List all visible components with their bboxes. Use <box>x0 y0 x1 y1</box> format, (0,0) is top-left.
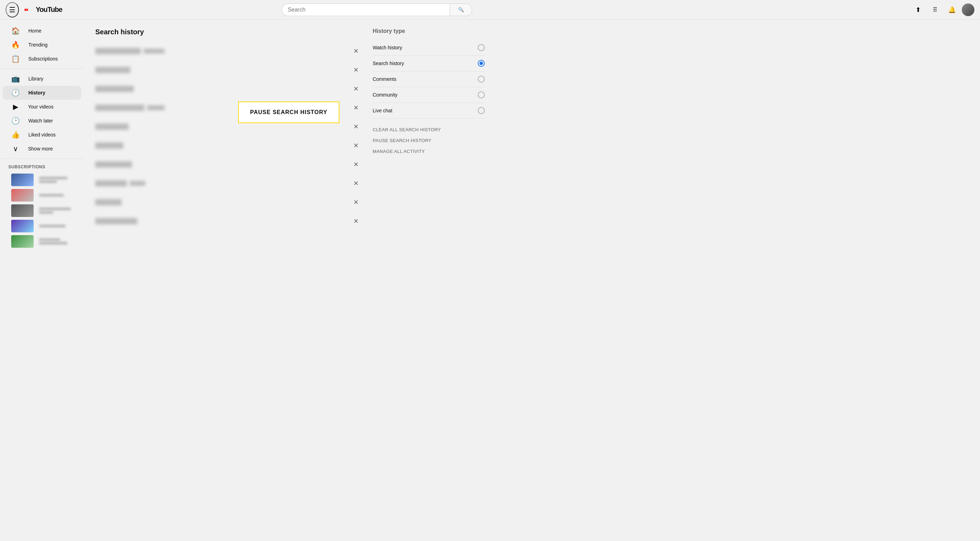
menu-icon[interactable]: ☰ <box>6 2 19 17</box>
remove-history-item-6[interactable]: ✕ <box>351 140 361 151</box>
remove-history-item-5[interactable]: ✕ <box>351 121 361 132</box>
search-input[interactable] <box>282 3 450 16</box>
history-item-5: ✕ <box>95 117 361 136</box>
apps-icon-button[interactable]: ⠿ <box>928 3 942 17</box>
sidebar-item-your-videos[interactable]: ▶ Your videos <box>3 100 81 114</box>
upload-icon: ⬆ <box>916 6 921 14</box>
sidebar-item-subscriptions[interactable]: 📋 Subscriptions <box>3 52 81 66</box>
history-item-text-1 <box>95 48 141 54</box>
action-links: CLEAR ALL SEARCH HISTORY PAUSE SEARCH HI… <box>373 124 485 157</box>
sidebar-label-liked-videos: Liked videos <box>29 132 56 138</box>
radio-live-chat[interactable]: Live chat <box>373 103 485 119</box>
remove-history-item-8[interactable]: ✕ <box>351 178 361 189</box>
sidebar-item-liked-videos[interactable]: 👍 Liked videos <box>3 128 81 142</box>
history-item-text-3 <box>95 86 134 92</box>
sidebar-label-watch-later: Watch later <box>29 118 53 124</box>
home-icon: 🏠 <box>11 27 20 35</box>
logo-container[interactable]: YouTube <box>24 6 62 14</box>
sub-item-1[interactable] <box>3 172 81 187</box>
pause-search-link[interactable]: PAUSE SEARCH HISTORY <box>373 135 485 146</box>
search-icon: 🔍 <box>458 7 464 12</box>
history-type-title: History type <box>373 28 485 34</box>
sub-item-4[interactable] <box>3 218 81 234</box>
remove-history-item-3[interactable]: ✕ <box>351 84 361 94</box>
radio-community[interactable]: Community <box>373 87 485 103</box>
sidebar: 🏠 Home 🔥 Trending 📋 Subscriptions 📺 Libr… <box>0 20 84 541</box>
history-item-text-10 <box>95 218 137 224</box>
logo-text: YouTube <box>36 6 62 14</box>
radio-search-history[interactable]: Search history <box>373 56 485 71</box>
history-item-text-4 <box>95 105 144 111</box>
sub-channel-3 <box>39 208 71 214</box>
avatar[interactable] <box>962 3 974 16</box>
radio-label-search: Search history <box>373 60 404 66</box>
sidebar-item-show-more[interactable]: ∨ Show more <box>3 142 81 156</box>
radio-watch-history[interactable]: Watch history <box>373 40 485 56</box>
radio-label-livechat: Live chat <box>373 108 392 113</box>
history-item-text-9 <box>95 199 121 205</box>
sidebar-item-home[interactable]: 🏠 Home <box>3 24 81 38</box>
history-item-3: ✕ <box>95 79 361 98</box>
history-item-content-3 <box>95 86 134 92</box>
sub-line <box>39 211 53 214</box>
sub-line <box>39 242 67 244</box>
remove-history-item-7[interactable]: ✕ <box>351 159 361 170</box>
sidebar-item-watch-later[interactable]: 🕑 Watch later <box>3 114 81 128</box>
history-item-content-9 <box>95 199 121 205</box>
sidebar-label-home: Home <box>29 28 41 33</box>
sub-channel-1 <box>39 177 67 183</box>
history-item-10: ✕ <box>95 212 361 231</box>
history-item-8: ✕ <box>95 174 361 193</box>
sub-line <box>39 194 64 197</box>
bell-icon: 🔔 <box>948 6 956 14</box>
clear-all-link[interactable]: CLEAR ALL SEARCH HISTORY <box>373 124 485 135</box>
search-button[interactable]: 🔍 <box>450 3 472 16</box>
history-item-content-10 <box>95 218 137 224</box>
remove-history-item-2[interactable]: ✕ <box>351 65 361 75</box>
sub-thumb-3 <box>11 205 33 217</box>
apps-icon: ⠿ <box>933 6 937 14</box>
upload-icon-button[interactable]: ⬆ <box>912 3 925 17</box>
sub-line <box>39 225 65 227</box>
history-item-content-4 <box>95 105 165 111</box>
history-item-4: ✕ <box>95 98 361 117</box>
sub-item-2[interactable] <box>3 187 81 203</box>
history-item-text-7 <box>95 161 132 168</box>
sub-line <box>39 180 57 183</box>
history-item-content-2 <box>95 67 130 73</box>
watch-later-icon: 🕑 <box>11 117 20 125</box>
layout: 🏠 Home 🔥 Trending 📋 Subscriptions 📺 Libr… <box>0 20 980 541</box>
history-item-9: ✕ <box>95 193 361 212</box>
history-item-2: ✕ <box>95 60 361 79</box>
radio-comments[interactable]: Comments <box>373 71 485 87</box>
history-section-title: Search history <box>95 28 361 36</box>
sub-thumb-4 <box>11 220 33 232</box>
remove-history-item-4[interactable]: ✕ <box>351 103 361 113</box>
remove-history-item-1[interactable]: ✕ <box>351 46 361 56</box>
remove-history-item-9[interactable]: ✕ <box>351 197 361 208</box>
sidebar-label-history: History <box>29 90 45 95</box>
remove-history-item-10[interactable]: ✕ <box>351 216 361 227</box>
radio-circle-livechat <box>478 107 485 114</box>
sub-item-5[interactable] <box>3 234 81 249</box>
notifications-icon-button[interactable]: 🔔 <box>945 3 959 17</box>
history-item-content-7 <box>95 161 132 168</box>
manage-activity-link[interactable]: MANAGE ALL ACTIVITY <box>373 146 485 157</box>
sidebar-item-history[interactable]: 🕐 History <box>3 86 81 100</box>
sidebar-divider-2 <box>0 159 84 159</box>
sidebar-label-trending: Trending <box>29 42 48 48</box>
history-item-text-5 <box>95 124 129 130</box>
history-item-content-1 <box>95 48 165 54</box>
radio-circle-watch <box>478 44 485 51</box>
radio-circle-comments <box>478 76 485 82</box>
sidebar-label-your-videos: Your videos <box>28 104 54 109</box>
sidebar-divider-1 <box>0 68 84 69</box>
sidebar-item-library[interactable]: 📺 Library <box>3 72 81 86</box>
history-item-7: ✕ <box>95 155 361 174</box>
sidebar-item-trending[interactable]: 🔥 Trending <box>3 38 81 52</box>
main-content: Search history ✕ ✕ ✕ <box>84 20 980 541</box>
history-item-sub-8 <box>130 181 145 186</box>
sub-thumb-5 <box>11 235 33 248</box>
history-item-sub-1 <box>143 49 165 54</box>
sub-item-3[interactable] <box>3 203 81 218</box>
